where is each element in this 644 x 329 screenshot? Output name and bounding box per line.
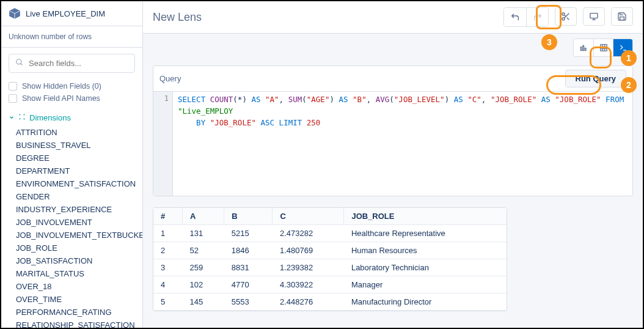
- search-icon: [15, 58, 24, 68]
- table-row[interactable]: 325988311.239382Laboratory Technician: [153, 259, 507, 276]
- run-query-button[interactable]: Run Query: [565, 70, 626, 87]
- topbar: New Lens: [143, 1, 643, 34]
- clip-button[interactable]: [555, 7, 577, 26]
- save-button[interactable]: [611, 7, 633, 26]
- svg-point-8: [562, 13, 565, 15]
- query-view-button[interactable]: [613, 39, 632, 56]
- sql-editor[interactable]: SELECT COUNT(*) AS "A", SUM("AGE") AS "B…: [173, 92, 632, 196]
- dimension-item[interactable]: ENVIRONMENT_SATISFACTION: [16, 177, 135, 190]
- svg-line-12: [564, 15, 566, 17]
- dimensions-section-header[interactable]: Dimensions: [1, 109, 142, 126]
- dimension-item[interactable]: JOB_ROLE: [16, 242, 135, 254]
- table-view-button[interactable]: [593, 39, 613, 56]
- present-button[interactable]: [583, 7, 605, 26]
- dimension-item[interactable]: OVER_18: [16, 280, 135, 293]
- show-hidden-fields-checkbox[interactable]: Show Hidden Fields (0): [9, 80, 135, 92]
- undo-button[interactable]: [504, 8, 526, 26]
- column-header[interactable]: A: [182, 208, 224, 225]
- dimension-item[interactable]: DEPARTMENT: [16, 164, 135, 177]
- column-header[interactable]: JOB_ROLE: [344, 208, 507, 225]
- page-title: New Lens: [153, 11, 202, 24]
- svg-point-2: [16, 59, 21, 64]
- svg-rect-16: [580, 47, 582, 51]
- dimensions-icon: [18, 113, 26, 122]
- column-header[interactable]: B: [224, 208, 273, 225]
- row-count: Unknown number of rows: [1, 26, 142, 48]
- table-row[interactable]: 25218461.480769Human Resources: [153, 242, 507, 259]
- dimension-item[interactable]: RELATIONSHIP_SATISFACTION: [16, 319, 135, 328]
- show-field-api-names-checkbox[interactable]: Show Field API Names: [9, 92, 135, 105]
- query-label: Query: [159, 74, 181, 83]
- svg-point-7: [24, 119, 25, 120]
- svg-rect-18: [585, 48, 586, 51]
- svg-point-5: [24, 114, 25, 116]
- dataset-name: Live EMPLOYEE_DIM: [26, 9, 105, 18]
- table-row[interactable]: 514555532.448276Manufacturing Director: [153, 294, 507, 311]
- dimension-item[interactable]: ATTRITION: [16, 126, 135, 139]
- dataset-cube-icon: [9, 7, 21, 20]
- dimension-item[interactable]: JOB_INVOLVEMENT: [16, 216, 135, 229]
- svg-line-3: [21, 64, 23, 65]
- dimension-item[interactable]: JOB_SATISFACTION: [16, 254, 135, 267]
- search-field[interactable]: [29, 59, 131, 68]
- svg-point-4: [20, 114, 21, 116]
- column-header[interactable]: C: [273, 208, 344, 225]
- dimension-item[interactable]: DEGREE: [16, 152, 135, 164]
- results-table-card: #ABCJOB_ROLE 113152152.473282Healthcare …: [153, 207, 507, 311]
- svg-rect-17: [583, 46, 584, 51]
- column-header[interactable]: #: [153, 208, 182, 225]
- svg-point-6: [20, 119, 21, 120]
- view-mode-switch: [573, 39, 633, 57]
- svg-rect-19: [600, 45, 607, 51]
- line-number: 1: [153, 92, 173, 196]
- dimension-item[interactable]: PERFORMANCE_RATING: [16, 306, 135, 319]
- dimension-item[interactable]: INDUSTRY_EXPERIENCE: [16, 203, 135, 216]
- dimension-item[interactable]: JOB_INVOLVEMENT_TEXTBUCKET: [16, 229, 135, 242]
- dimension-item[interactable]: MARITAL_STATUS: [16, 267, 135, 280]
- svg-point-9: [562, 18, 565, 20]
- dimension-item[interactable]: BUSINESS_TRAVEL: [16, 139, 135, 152]
- svg-rect-13: [590, 13, 598, 18]
- query-panel: Query Run Query 1 SELECT COUNT(*) AS "A"…: [153, 65, 633, 196]
- chart-view-button[interactable]: [574, 39, 593, 56]
- svg-line-11: [567, 18, 569, 20]
- results-table: #ABCJOB_ROLE 113152152.473282Healthcare …: [153, 208, 507, 311]
- table-row[interactable]: 113152152.473282Healthcare Representativ…: [153, 225, 507, 242]
- dimension-item[interactable]: GENDER: [16, 190, 135, 203]
- dimension-item[interactable]: OVER_TIME: [16, 293, 135, 306]
- chevron-down-icon: [9, 113, 15, 122]
- dimensions-list: ATTRITIONBUSINESS_TRAVELDEGREEDEPARTMENT…: [1, 126, 142, 328]
- sidebar: Live EMPLOYEE_DIM Unknown number of rows…: [1, 1, 143, 328]
- redo-button[interactable]: [526, 8, 548, 26]
- table-row[interactable]: 410247704.303922Manager: [153, 276, 507, 294]
- search-input[interactable]: [9, 54, 135, 73]
